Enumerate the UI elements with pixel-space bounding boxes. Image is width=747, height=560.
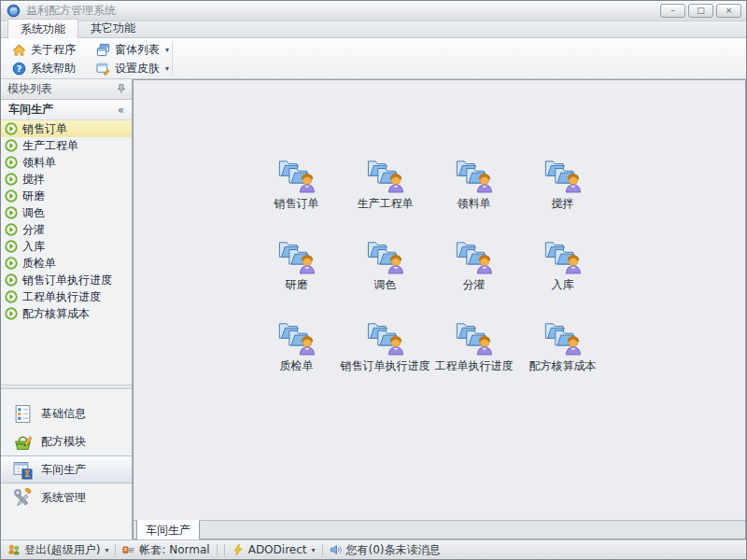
mdi-tabstrip: 车间生产 [134,520,745,539]
shortcut-formula-costing[interactable]: 配方核算成本 [518,314,607,395]
tab-other-functions[interactable]: 其它功能 [78,19,148,37]
shortcut-grinding[interactable]: 研磨 [252,232,341,314]
close-button[interactable]: × [716,4,741,18]
shortcut-production-order[interactable]: 生产工程单 [341,151,430,232]
sidebar-item-grinding[interactable]: 研磨 [1,188,132,204]
sidebar-item-label: 分灌 [22,222,45,238]
shortcut-sales-order[interactable]: 销售订单 [252,151,341,232]
shortcut-filling[interactable]: 分灌 [430,232,518,314]
nav-button-basic-info[interactable]: 基础信息 [1,399,132,427]
lightning-icon [232,543,245,556]
set-skin-label: 设置皮肤 [115,61,160,77]
shortcut-grid: 销售订单 生产工程单 领料单 搅拌 研磨 调色 分灌 入库 质检单 销售订单执行… [252,151,607,395]
list-icon [13,404,33,424]
maximize-button[interactable]: □ [688,4,713,18]
nav-button-system-management[interactable]: 系统管理 [1,483,132,511]
shortcut-label: 分灌 [463,277,486,293]
sidebar-item-label: 入库 [22,239,45,255]
ribbon-group-separator [172,41,173,76]
shortcut-material-requisition[interactable]: 领料单 [430,151,518,232]
dropdown-arrow-icon: ▾ [165,64,169,73]
shortcut-warehousing[interactable]: 入库 [518,232,607,314]
sidebar: 模块列表 车间生产 « 销售订单 生产工程单 领料单 搅拌 研磨 调色 分灌 入… [1,79,133,539]
green-arrow-icon [5,273,18,287]
shortcut-label: 领料单 [458,196,491,212]
sidebar-item-mixing[interactable]: 搅拌 [1,171,132,188]
green-arrow-icon [5,240,18,253]
users-icon [7,543,21,556]
sidebar-item-label: 质检单 [22,256,56,272]
unread-messages-indicator[interactable]: 您有(0)条未读消息 [330,542,441,558]
skin-icon [96,62,110,76]
basket-icon [13,432,33,452]
shortcut-quality-inspection[interactable]: 质检单 [252,314,341,395]
tab-system-functions[interactable]: 系统功能 [7,19,78,38]
sidebar-item-label: 搅拌 [22,172,45,188]
statusbar: 登出(超级用户) ▾ 帐套: Normal ADODirect ▾ 您有(0)条… [1,539,746,559]
sidebar-item-label: 研磨 [22,189,45,204]
sidebar-item-formula-costing[interactable]: 配方核算成本 [1,305,132,322]
sidebar-item-label: 生产工程单 [22,138,78,154]
statusbar-separator [322,544,323,556]
table-sigma-icon [13,460,33,480]
shortcut-mixing[interactable]: 搅拌 [518,151,607,232]
sidebar-item-filling[interactable]: 分灌 [1,221,132,238]
main-workspace: 销售订单 生产工程单 领料单 搅拌 研磨 调色 分灌 入库 质检单 销售订单执行… [133,79,746,539]
folder-user-icon [278,315,316,357]
module-list: 销售订单 生产工程单 领料单 搅拌 研磨 调色 分灌 入库 质检单 销售订单执行… [1,120,132,322]
sidebar-item-sales-order[interactable]: 销售订单 [1,120,132,137]
shortcut-engineering-order-progress[interactable]: 工程单执行进度 [430,314,518,395]
shortcut-tinting[interactable]: 调色 [341,232,430,314]
sidebar-item-sales-order-progress[interactable]: 销售订单执行进度 [1,272,132,288]
sidebar-item-tinting[interactable]: 调色 [1,204,132,221]
sidebar-item-label: 工程单执行进度 [22,289,101,305]
nav-button-group: 基础信息 配方模块 车间生产 系统管理 [1,399,132,511]
nav-button-label: 基础信息 [41,406,86,422]
logout-button[interactable]: 登出(超级用户) ▾ [7,542,108,558]
sidebar-item-production-order[interactable]: 生产工程单 [1,137,132,154]
nav-button-label: 配方模块 [41,434,86,450]
set-skin-button[interactable]: 设置皮肤 ▾ [92,60,173,77]
green-arrow-icon [5,223,18,236]
pin-icon[interactable] [115,83,127,95]
collapse-chevron-icon[interactable]: « [118,104,124,117]
green-arrow-icon [5,122,18,135]
shortcut-label: 搅拌 [552,196,574,212]
folder-user-icon [544,153,582,194]
account-set-indicator: 帐套: Normal [122,542,209,558]
sidebar-item-label: 领料单 [22,155,56,171]
green-arrow-icon [5,173,18,186]
navpane-splitter[interactable] [1,385,132,389]
shortcut-label: 调色 [374,277,397,293]
folder-user-icon [278,153,316,194]
shortcut-label: 销售订单执行进度 [341,358,430,374]
folder-user-icon [456,234,493,275]
connection-label: ADODirect [248,543,307,556]
sidebar-item-warehousing[interactable]: 入库 [1,238,132,255]
dropdown-arrow-icon: ▾ [105,546,108,554]
folder-user-icon [367,153,404,194]
system-help-button[interactable]: 系统帮助 [8,60,79,77]
minimize-button[interactable]: – [660,4,685,18]
ribbon-button-group: 关于程序 窗体列表 ▾ 系统帮助 设置皮肤 ▾ [8,41,173,77]
sidebar-item-engineering-order-progress[interactable]: 工程单执行进度 [1,288,132,305]
nav-button-label: 系统管理 [41,490,86,506]
about-program-button[interactable]: 关于程序 [8,41,79,58]
account-set-label: 帐套: Normal [139,542,209,558]
nav-button-formula-module[interactable]: 配方模块 [1,427,132,455]
connection-button[interactable]: ADODirect ▾ [232,543,316,556]
shortcut-label: 生产工程单 [358,196,414,212]
window-controls: – □ × [660,4,741,18]
window-title: 益利配方管理系统 [26,3,116,19]
folder-user-icon [278,234,316,275]
shortcut-label: 工程单执行进度 [435,358,514,374]
form-list-button[interactable]: 窗体列表 ▾ [92,41,173,58]
sidebar-item-material-requisition[interactable]: 领料单 [1,154,132,171]
sidebar-item-quality-inspection[interactable]: 质检单 [1,255,132,272]
logout-label: 登出(超级用户) [24,542,100,558]
shortcut-sales-order-progress[interactable]: 销售订单执行进度 [341,314,430,395]
green-arrow-icon [5,139,18,152]
shortcut-label: 质检单 [280,358,314,374]
nav-button-workshop-production[interactable]: 车间生产 [1,455,132,483]
group-panel-title: 车间生产 [8,102,53,118]
